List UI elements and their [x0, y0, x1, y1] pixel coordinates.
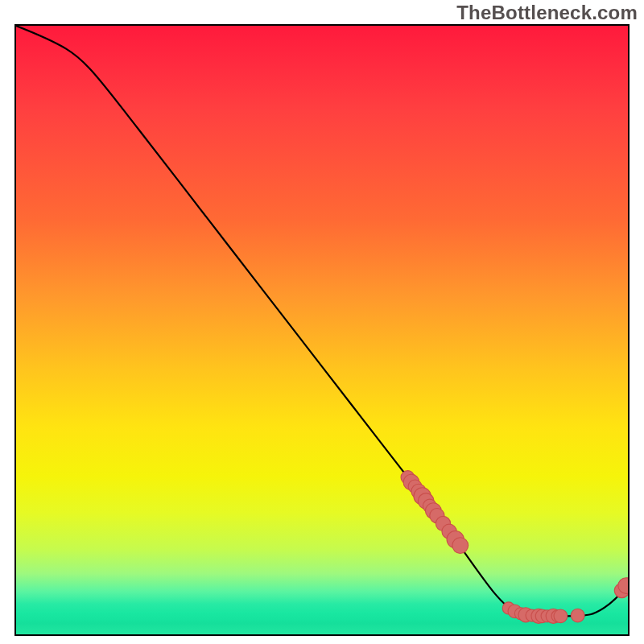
- plot-area: [14, 24, 630, 636]
- data-markers: [401, 471, 628, 624]
- chart-frame: TheBottleneck.com: [0, 0, 644, 644]
- data-marker: [571, 609, 584, 622]
- watermark-text: TheBottleneck.com: [456, 2, 638, 24]
- main-curve: [16, 26, 628, 617]
- data-marker: [554, 609, 568, 623]
- plot-svg: [16, 26, 628, 634]
- data-marker: [452, 538, 469, 554]
